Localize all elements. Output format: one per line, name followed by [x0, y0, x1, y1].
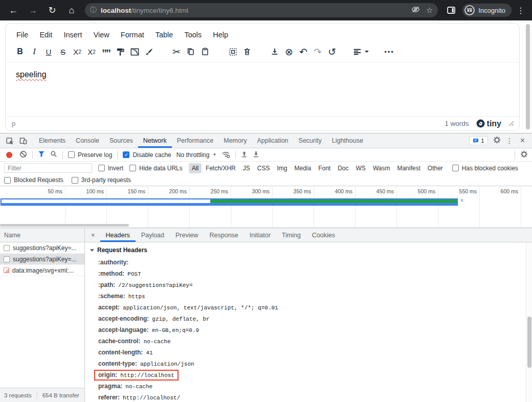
underline-icon[interactable]: U [41, 45, 56, 58]
devtools-tab[interactable]: Security [294, 133, 327, 148]
resource-type-chip[interactable]: JS [240, 163, 253, 173]
editor-menu-item[interactable]: Tools [180, 29, 206, 41]
resource-type-chip[interactable]: Wasm [370, 163, 393, 173]
undo-icon[interactable]: ↶ [296, 45, 311, 58]
page-scrollbar[interactable] [525, 23, 530, 131]
detail-tab[interactable]: Response [204, 228, 244, 242]
resource-type-chip[interactable]: Other [425, 163, 446, 173]
resource-type-chip[interactable]: Media [291, 163, 314, 173]
search-icon[interactable] [50, 150, 57, 159]
waterfall-overview-bar[interactable] [1, 198, 458, 206]
cut-icon[interactable]: ✂ [169, 45, 184, 58]
paste-icon[interactable] [198, 45, 212, 58]
redo-icon[interactable]: ↷ [311, 45, 325, 58]
resize-grip-icon[interactable] [508, 121, 514, 126]
detail-tab[interactable]: Payload [136, 228, 170, 242]
detail-tab[interactable]: Timing [276, 228, 306, 242]
devtools-tab[interactable]: Lighthouse [327, 133, 368, 148]
export-har-icon[interactable] [253, 151, 259, 159]
misspelled-word[interactable]: speeling [16, 70, 47, 79]
devtools-tab[interactable]: Network [138, 133, 172, 148]
network-settings-icon[interactable] [520, 150, 528, 160]
blockquote-icon[interactable]: ”” [99, 45, 113, 58]
forward-icon[interactable]: → [25, 2, 41, 18]
devtools-tab[interactable]: Performance [172, 133, 219, 148]
has-blocked-cookies-checkbox[interactable]: Has blocked cookies [452, 165, 518, 172]
devtools-tab[interactable]: Console [71, 133, 104, 148]
devtools-tab[interactable]: Elements [34, 133, 71, 148]
import-har-icon[interactable] [241, 151, 248, 159]
editor-menu-item[interactable]: Insert [59, 29, 86, 41]
request-row[interactable]: data:image/svg+xml;... [0, 265, 84, 276]
eye-off-icon[interactable] [411, 6, 420, 15]
preserve-log-checkbox[interactable]: Preserve log [68, 151, 112, 159]
detail-tab[interactable]: Headers [100, 228, 136, 242]
editor-menu-item[interactable]: Table [151, 29, 178, 41]
network-conditions-icon[interactable] [221, 150, 230, 160]
subscript-icon[interactable]: X2 [70, 45, 84, 58]
network-overview-timeline[interactable]: 50 ms100 ms150 ms200 ms250 ms300 ms350 m… [0, 186, 532, 228]
address-bar[interactable]: ⓘ localhost/tinymce/tiny6.html ☆ [85, 3, 438, 17]
request-headers-section[interactable]: Request Headers [90, 247, 525, 254]
back-icon[interactable]: ← [5, 2, 21, 18]
timeline-hscrollbar[interactable] [0, 224, 129, 227]
name-column-header[interactable]: Name [0, 228, 84, 242]
editor-menu-item[interactable]: Edit [35, 29, 57, 41]
resource-type-chip[interactable]: Manifest [394, 163, 423, 173]
blocked-requests-checkbox[interactable]: Blocked Requests [4, 176, 63, 184]
resource-type-chip[interactable]: Doc [335, 163, 351, 173]
devtools-tab[interactable]: Application [252, 133, 293, 148]
select-all-icon[interactable] [226, 45, 240, 58]
detail-tab[interactable]: Initiator [244, 228, 276, 242]
side-panel-icon[interactable] [443, 2, 459, 18]
devtools-tab[interactable]: Memory [218, 133, 252, 148]
editor-menu-item[interactable]: Help [208, 29, 233, 41]
more-toolbar-icon[interactable]: ••• [382, 45, 396, 58]
inspect-element-icon[interactable] [3, 135, 16, 147]
device-toolbar-icon[interactable] [16, 135, 30, 147]
format-painter-icon[interactable] [113, 45, 127, 58]
third-party-requests-checkbox[interactable]: 3rd-party requests [72, 176, 131, 184]
word-count[interactable]: 1 words [445, 120, 469, 127]
copy-icon[interactable] [184, 45, 198, 58]
clear-icon[interactable] [19, 150, 27, 160]
editor-menu-item[interactable]: Format [116, 29, 149, 41]
disable-cache-checkbox[interactable]: ✓Disable cache [123, 151, 171, 159]
strikethrough-icon[interactable]: S [56, 45, 70, 58]
devtools-menu-icon[interactable]: ⋮ [506, 137, 513, 145]
detail-tab[interactable]: Cookies [306, 228, 341, 242]
devtools-settings-icon[interactable] [493, 136, 501, 145]
invert-checkbox[interactable]: Invert [98, 165, 123, 172]
tiny-branding[interactable]: tiny [476, 119, 501, 128]
filter-input[interactable] [4, 163, 92, 173]
cancel-icon[interactable]: ⊗ [282, 45, 296, 58]
resource-type-chip[interactable]: WS [353, 163, 369, 173]
bookmark-star-icon[interactable]: ☆ [426, 6, 433, 15]
delete-icon[interactable] [240, 45, 254, 58]
devtools-close-icon[interactable]: × [518, 136, 527, 145]
restore-draft-icon[interactable]: ↺ [325, 45, 339, 58]
request-row[interactable]: suggestions?apiKey=... [0, 242, 84, 254]
hide-data-urls-checkbox[interactable]: Hide data URLs [129, 165, 183, 172]
element-path[interactable]: p [12, 120, 15, 127]
bold-icon[interactable]: B [13, 45, 27, 58]
editor-content[interactable]: speeling [6, 62, 519, 116]
align-left-icon[interactable] [352, 45, 369, 58]
close-detail-icon[interactable]: × [85, 231, 100, 239]
incognito-badge[interactable]: Incognito [462, 4, 512, 17]
editor-menu-item[interactable]: File [12, 29, 33, 41]
resource-type-chip[interactable]: Img [274, 163, 290, 173]
brush-icon[interactable] [142, 45, 156, 58]
request-row[interactable]: suggestions?apiKey=... [0, 254, 84, 265]
headers-scrollbar[interactable] [526, 242, 532, 402]
filter-funnel-icon[interactable] [38, 150, 45, 159]
site-info-icon[interactable]: ⓘ [90, 6, 97, 15]
throttling-select[interactable]: No throttling ▼ [176, 151, 217, 159]
superscript-icon[interactable]: X2 [84, 45, 99, 58]
issues-counter[interactable]: 1 [469, 136, 487, 145]
resource-type-chip[interactable]: Fetch/XHR [203, 163, 239, 173]
resource-type-chip[interactable]: CSS [254, 163, 273, 173]
italic-icon[interactable]: I [27, 45, 41, 58]
resource-type-chip[interactable]: Font [315, 163, 334, 173]
devtools-tab[interactable]: Sources [104, 133, 138, 148]
